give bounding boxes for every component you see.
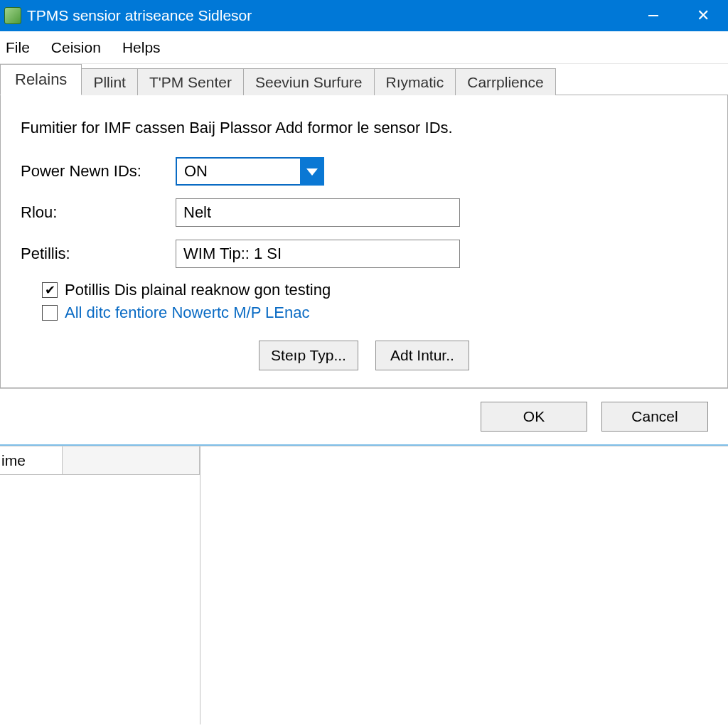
- adt-intur-button[interactable]: Adt Intur..: [375, 341, 469, 370]
- minimize-button[interactable]: [628, 0, 678, 31]
- menu-ceision[interactable]: Ceision: [48, 38, 104, 58]
- label-petillis: Petillis:: [21, 245, 176, 263]
- window-title: TPMS sensior atriseance Sidlesor: [27, 7, 252, 24]
- form-description: Fumitier for IMF cassen Baij Plassor Add…: [21, 119, 707, 137]
- tab-relains[interactable]: Relains: [0, 64, 82, 95]
- app-icon: [4, 7, 21, 24]
- menu-bar: File Ceision Helps: [0, 31, 728, 64]
- input-rlou[interactable]: Nelt: [176, 198, 460, 227]
- checkbox-1[interactable]: [42, 282, 58, 298]
- checkbox-2[interactable]: [42, 305, 58, 321]
- chevron-down-icon[interactable]: [300, 157, 324, 186]
- checkbox-1-label: Potillis Dis plainal reaknow gon testing: [65, 281, 331, 299]
- column-header-spacer[interactable]: [63, 446, 200, 474]
- menu-file[interactable]: File: [3, 38, 33, 58]
- label-rlou: Rlou:: [21, 203, 176, 222]
- tab-rymatic[interactable]: Rıymatic: [374, 68, 456, 95]
- row-power-ids: Power Newn IDs: ON: [21, 157, 707, 186]
- lower-left-pane: ime: [0, 446, 200, 724]
- row-petillis: Petillis: WIM Tip:: 1 SI: [21, 240, 707, 268]
- steip-typ-button[interactable]: Steıp Typ...: [259, 341, 358, 370]
- tab-panel-relains: Fumitier for IMF cassen Baij Plassor Add…: [0, 95, 728, 388]
- cancel-button[interactable]: Cancel: [601, 402, 708, 432]
- menu-helps[interactable]: Helps: [119, 38, 164, 58]
- tab-seeviun[interactable]: Seeviun Surfure: [243, 68, 375, 95]
- tab-pllint[interactable]: Pllint: [81, 68, 138, 95]
- column-header-row: ime: [0, 446, 200, 475]
- column-header-ime[interactable]: ime: [0, 446, 63, 474]
- label-power-ids: Power Newn IDs:: [21, 162, 176, 181]
- row-rlou: Rlou: Nelt: [21, 198, 707, 227]
- lower-right-pane: [200, 446, 728, 724]
- window-titlebar: TPMS sensior atriseance Sidlesor: [0, 0, 728, 31]
- checkbox-row-1[interactable]: Potillis Dis plainal reaknow gon testing: [42, 281, 707, 299]
- ok-button[interactable]: OK: [481, 402, 587, 432]
- close-button[interactable]: [678, 0, 728, 31]
- lower-panel: ime: [0, 446, 728, 724]
- tab-carrplience[interactable]: Carrplience: [455, 68, 555, 95]
- checkbox-row-2[interactable]: All ditc fentiore Nowertc M/P LEnac: [42, 304, 707, 322]
- tab-strip: Relains Pllint T'PM Senter Seeviun Surfu…: [0, 64, 728, 95]
- dialog-footer: OK Cancel: [0, 388, 728, 446]
- inner-button-row: Steıp Typ... Adt Intur..: [21, 341, 707, 370]
- input-petillis[interactable]: WIM Tip:: 1 SI: [176, 240, 460, 268]
- select-power-ids-value: ON: [176, 157, 300, 186]
- checkbox-2-label: All ditc fentiore Nowertc M/P LEnac: [65, 304, 309, 322]
- svg-marker-0: [306, 168, 318, 176]
- select-power-ids[interactable]: ON: [176, 157, 324, 186]
- window-controls: [628, 0, 728, 31]
- tab-tpm-senter[interactable]: T'PM Senter: [137, 68, 244, 95]
